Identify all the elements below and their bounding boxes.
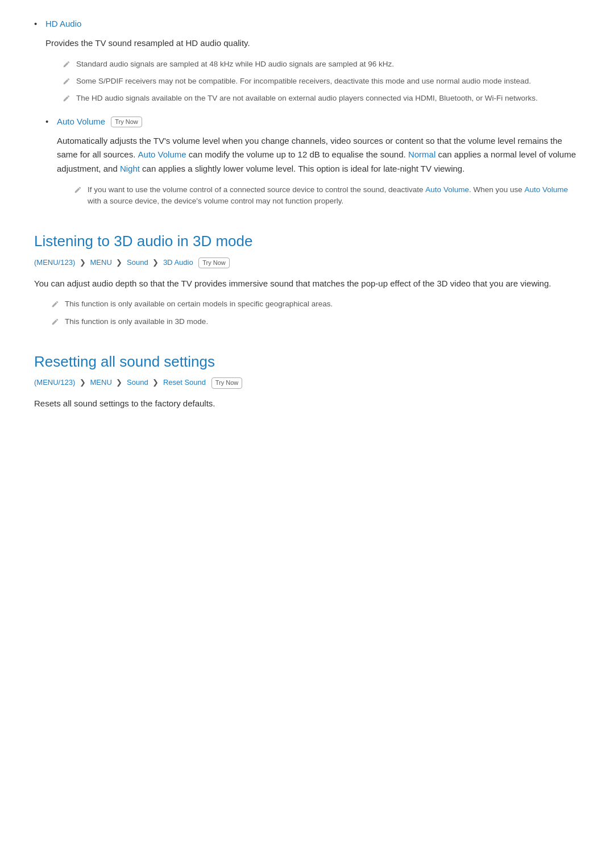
night-link-inline: Night [120,164,140,173]
hd-audio-note-2: Some S/PDIF receivers may not be compati… [63,76,580,87]
listening-3d-note-2: This function is only available in 3D mo… [51,316,580,327]
resetting-section: Resetting all sound settings (MENU/123) … [34,350,580,411]
auto-volume-notes: If you want to use the volume control of… [57,184,580,207]
resetting-description: Resets all sound settings to the factory… [34,397,580,411]
breadcrumb-menu: MENU [90,258,112,267]
listening-3d-breadcrumb: (MENU/123) ❯ MENU ❯ Sound ❯ 3D Audio Try… [34,257,580,269]
breadcrumb-option: 3D Audio [163,258,193,267]
listening-3d-notes: This function is only available on certa… [34,298,580,327]
normal-link-inline: Normal [408,149,435,159]
auto-volume-list: Auto Volume Try Now Automatically adjust… [45,115,580,207]
listening-3d-note-1: This function is only available on certa… [51,298,580,310]
hd-audio-note-3: The HD audio signals available on the TV… [63,93,580,104]
hd-audio-item: HD Audio Provides the TV sound resampled… [34,17,580,207]
auto-volume-item: Auto Volume Try Now Automatically adjust… [45,115,580,207]
auto-volume-note-1: If you want to use the volume control of… [74,184,580,207]
listening-3d-try-now-badge[interactable]: Try Now [198,258,230,269]
resetting-breadcrumb: (MENU/123) ❯ MENU ❯ Sound ❯ Reset Sound … [34,377,580,389]
auto-volume-note-link2: Auto Volume [524,185,568,194]
auto-volume-desc-p2: can modify the volume up to 12 dB to equ… [186,149,408,159]
breadcrumb-sound: Sound [127,258,148,267]
auto-volume-try-now-badge[interactable]: Try Now [111,117,142,128]
breadcrumb-sep-2: ❯ [116,258,125,267]
hd-audio-notes: Standard audio signals are sampled at 48… [45,59,580,105]
hd-audio-title[interactable]: HD Audio [45,19,81,28]
breadcrumb-sep-3: ❯ [152,258,161,267]
auto-volume-description: Automatically adjusts the TV's volume le… [57,134,580,176]
hd-audio-note-1: Standard audio signals are sampled at 48… [63,59,580,70]
resetting-breadcrumb-option: Reset Sound [163,378,206,387]
resetting-breadcrumb-sep-3: ❯ [152,378,161,387]
auto-volume-note-link1: Auto Volume [425,185,469,194]
listening-3d-heading: Listening to 3D audio in 3D mode [34,230,580,254]
auto-volume-desc-p4: can applies a slightly lower volume leve… [140,164,464,173]
resetting-heading: Resetting all sound settings [34,350,580,374]
auto-volume-title[interactable]: Auto Volume [57,117,105,126]
resetting-breadcrumb-sep-1: ❯ [80,378,88,387]
resetting-try-now-badge[interactable]: Try Now [211,377,243,389]
resetting-breadcrumb-sound: Sound [127,378,148,387]
hd-audio-list: HD Audio Provides the TV sound resampled… [34,17,580,207]
resetting-breadcrumb-sep-2: ❯ [116,378,125,387]
listening-3d-section: Listening to 3D audio in 3D mode (MENU/1… [34,230,580,327]
auto-volume-link-inline: Auto Volume [138,149,186,159]
breadcrumb-sep-1: ❯ [80,258,88,267]
resetting-breadcrumb-menu123: (MENU/123) [34,378,75,387]
listening-3d-description: You can adjust audio depth so that the T… [34,277,580,291]
hd-audio-description: Provides the TV sound resampled at HD au… [45,36,580,51]
breadcrumb-menu123: (MENU/123) [34,258,75,267]
resetting-breadcrumb-menu: MENU [90,378,112,387]
